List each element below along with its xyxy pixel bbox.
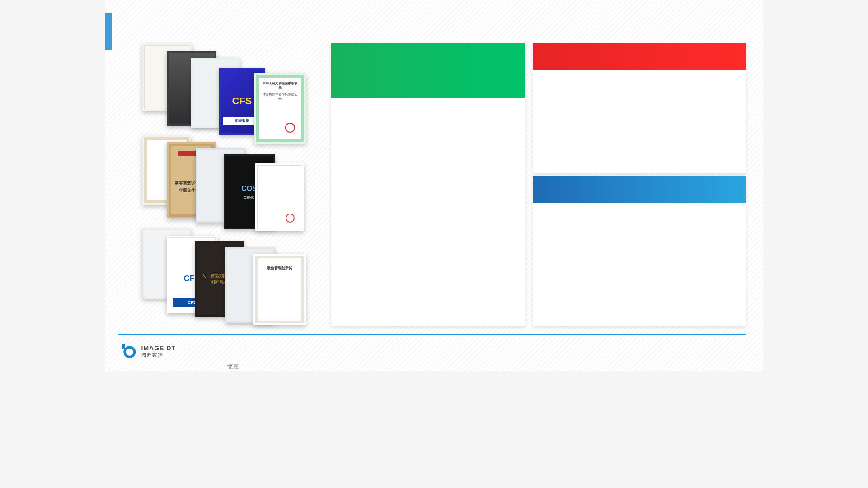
footer-logo: IMAGE DT 图匠数据 (121, 343, 176, 359)
red-seal-icon (286, 214, 295, 223)
cfs-logo-text: CFS (232, 95, 252, 107)
trophy-subtext: CEMO (244, 195, 255, 200)
frame-caption: 最佳管理创新奖 (267, 265, 292, 270)
brand-name-en: IMAGE DT (141, 345, 176, 352)
panel-blue-header (533, 176, 746, 203)
award-collage: CFS 图匠数据 中华人民共和国国家版权局 计算机软件著作权登记证书 新零售数字… (142, 43, 310, 328)
page-note: "图匠" (227, 363, 241, 370)
slide: CFS 图匠数据 中华人民共和国国家版权局 计算机软件著作权登记证书 新零售数字… (105, 0, 763, 371)
red-seal-icon (285, 123, 295, 133)
svg-rect-1 (122, 344, 125, 349)
cert-subheading: 计算机软件著作权登记证书 (262, 92, 299, 101)
cert-heading: 中华人民共和国国家版权局 (262, 81, 299, 90)
certificate-document (255, 163, 304, 231)
brand-name-cn: 图匠数据 (141, 352, 176, 358)
certificate-software-copyright: 中华人民共和国国家版权局 计算机软件著作权登记证书 (254, 73, 306, 144)
framed-certificate: 最佳管理创新奖 (253, 254, 306, 325)
left-accent-tab (105, 13, 112, 50)
panel-red (533, 43, 746, 173)
svg-point-0 (125, 347, 135, 357)
brand-mark-icon (121, 343, 137, 359)
panel-blue (533, 176, 746, 326)
panel-green-header (331, 43, 525, 98)
bottom-divider (118, 334, 746, 335)
panel-green (331, 43, 525, 326)
panel-red-header (533, 43, 746, 70)
